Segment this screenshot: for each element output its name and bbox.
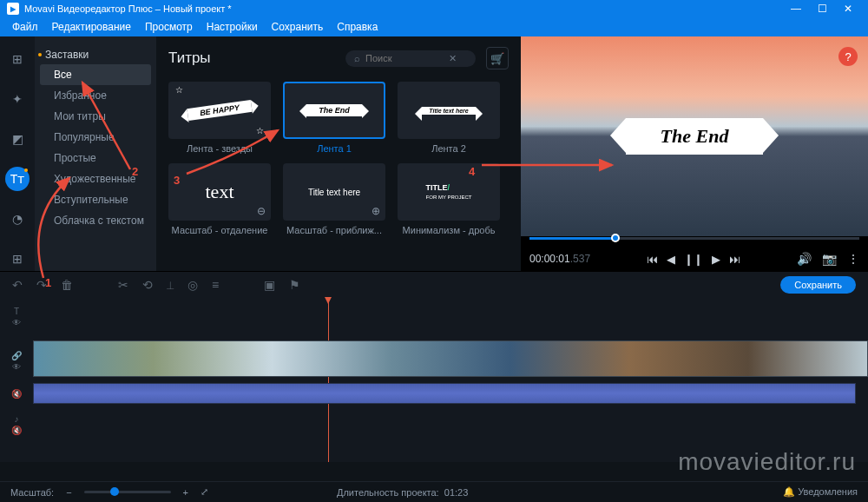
transitions-icon[interactable]: ◩ xyxy=(5,127,30,151)
sidebar-item-simple[interactable]: Простые xyxy=(35,148,156,168)
add-media-icon[interactable]: ⊞ xyxy=(5,47,30,71)
sidebar-item-favorites[interactable]: Избранное xyxy=(35,85,156,106)
sidebar-item-all[interactable]: Все xyxy=(40,64,151,85)
timeline-toolbar: ↶ ↷ 🗑 ✂ ⟲ ⟂ ◎ ≡ ▣ ⚑ Сохранить xyxy=(0,271,868,297)
color-button[interactable]: ◎ xyxy=(187,278,198,292)
notifications-button[interactable]: 🔔 Уведомления xyxy=(783,486,858,498)
search-box[interactable]: ⌕ ✕ xyxy=(345,50,476,67)
title-tile-ribbon-1[interactable]: The End Лента 1 xyxy=(283,82,385,155)
video-track[interactable]: 🔗👁 xyxy=(0,340,868,382)
window-title: Movavi Видеоредактор Плюс – Новый проект… xyxy=(24,3,232,14)
menu-file[interactable]: Файл xyxy=(12,21,38,33)
title-tile-zoom-out[interactable]: text⊖ Масштаб - отдаление xyxy=(168,163,271,236)
zoom-slider[interactable] xyxy=(84,491,171,493)
crop-button[interactable]: ⟂ xyxy=(167,278,174,292)
preview-viewport[interactable]: The End xyxy=(521,36,868,236)
cut-button[interactable]: ✂ xyxy=(118,278,128,292)
menu-save[interactable]: Сохранить xyxy=(272,21,324,33)
fit-button[interactable]: ⤢ xyxy=(201,486,208,498)
titles-icon[interactable]: Tᴛ xyxy=(5,167,30,191)
close-button[interactable]: ✕ xyxy=(835,3,861,15)
sidebar-item-artistic[interactable]: Художественные xyxy=(35,168,156,189)
menu-help[interactable]: Справка xyxy=(337,21,378,33)
delete-button[interactable]: 🗑 xyxy=(61,278,73,292)
titlebar: ▶ Movavi Видеоредактор Плюс – Новый прое… xyxy=(0,0,868,17)
next-clip-button[interactable]: ⏭ xyxy=(729,253,740,266)
search-input[interactable] xyxy=(365,53,444,63)
mute-icon[interactable]: 🔇 xyxy=(11,389,22,399)
undo-button[interactable]: ↶ xyxy=(12,278,23,292)
stickers-icon[interactable]: ◔ xyxy=(5,207,30,231)
left-iconbar: ⊞ ✦ ◩ Tᴛ ◔ ⊞ xyxy=(0,36,35,271)
sidebar-item-popular[interactable]: Популярные xyxy=(35,127,156,148)
audio-waveform[interactable] xyxy=(33,383,856,404)
timeline: T👁 🔗👁 🔇 ♪🔇 xyxy=(0,297,868,462)
cart-button[interactable]: 🛒 xyxy=(486,47,509,69)
preview-progress[interactable] xyxy=(529,237,859,240)
sidebar-item-my-titles[interactable]: Мои титры xyxy=(35,106,156,127)
volume-icon[interactable]: 🔊 xyxy=(797,252,812,266)
menu-view[interactable]: Просмотр xyxy=(145,21,193,33)
titles-panel: Титры ⌕ ✕ 🛒 BE HAPPY☆☆ Лента - звезды Th… xyxy=(156,36,521,271)
preview-title-text: The End xyxy=(626,118,764,155)
title-tile-ribbon-stars[interactable]: BE HAPPY☆☆ Лента - звезды xyxy=(168,82,271,155)
more-apps-icon[interactable]: ⊞ xyxy=(5,247,30,271)
audio-track[interactable]: ♪🔇 xyxy=(0,412,868,438)
sidebar-category-title[interactable]: Заставки xyxy=(35,45,156,64)
clear-search-icon[interactable]: ✕ xyxy=(449,53,457,64)
panel-heading: Титры xyxy=(168,50,211,67)
prev-clip-button[interactable]: ⏮ xyxy=(647,253,658,266)
video-clip[interactable] xyxy=(33,340,868,377)
link-icon[interactable]: 🔗 xyxy=(11,351,22,360)
rotate-button[interactable]: ⟲ xyxy=(142,278,153,292)
record-button[interactable]: ▣ xyxy=(264,278,275,292)
preview-settings-icon[interactable]: ⋮ xyxy=(847,252,859,266)
statusbar: Масштаб: − + ⤢ Длительность проекта: 01:… xyxy=(0,481,868,502)
title-tile-zoom-in[interactable]: Title text here⊕ Масштаб - приближ... xyxy=(283,163,385,236)
mute-icon[interactable]: 🔇 xyxy=(11,426,22,435)
title-tile-ribbon-2[interactable]: Title text here Лента 2 xyxy=(398,82,500,155)
duration-label: Длительность проекта: 01:23 xyxy=(337,487,468,498)
zoom-in-button[interactable]: + xyxy=(183,487,188,498)
minimize-button[interactable]: — xyxy=(783,3,809,15)
audio-track-linked[interactable]: 🔇 xyxy=(0,382,868,405)
help-button[interactable]: ? xyxy=(838,47,858,66)
marker-button[interactable]: ⚑ xyxy=(289,278,300,292)
search-icon: ⌕ xyxy=(354,53,360,63)
zoom-out-icon: ⊖ xyxy=(257,205,266,217)
zoom-label: Масштаб: xyxy=(10,487,54,498)
title-track[interactable]: T👁 xyxy=(0,302,868,332)
effects-icon[interactable]: ✦ xyxy=(5,87,30,111)
title-track-icon: T xyxy=(14,307,19,316)
visibility-icon[interactable]: 👁 xyxy=(12,318,21,327)
visibility-icon[interactable]: 👁 xyxy=(12,362,21,372)
menu-edit[interactable]: Редактирование xyxy=(52,21,131,33)
step-back-button[interactable]: ◀ xyxy=(667,253,675,266)
redo-button[interactable]: ↷ xyxy=(36,278,47,292)
maximize-button[interactable]: ☐ xyxy=(809,3,835,15)
title-tile-minimal[interactable]: TITLE/FOR MY PROJECT Минимализм - дробь xyxy=(398,163,500,236)
menubar: Файл Редактирование Просмотр Настройки С… xyxy=(0,17,868,36)
sidebar-item-callouts[interactable]: Облачка с текстом xyxy=(35,210,156,231)
menu-settings[interactable]: Настройки xyxy=(207,21,258,33)
step-fwd-button[interactable]: ▶ xyxy=(712,253,720,266)
music-track-icon: ♪ xyxy=(15,414,19,424)
category-sidebar: Заставки Все Избранное Мои титры Популяр… xyxy=(35,36,156,271)
play-pause-button[interactable]: ❙❙ xyxy=(684,253,703,266)
adjust-button[interactable]: ≡ xyxy=(212,278,219,292)
zoom-in-icon: ⊕ xyxy=(372,205,380,217)
preview-panel: The End ? 00:00:01.537 ⏮ ◀ ❙❙ ▶ ⏭ 🔊 📷 ⋮ xyxy=(521,36,868,271)
preview-timecode: 00:00:01.537 xyxy=(529,253,590,265)
sidebar-item-intro[interactable]: Вступительные xyxy=(35,189,156,210)
zoom-out-button[interactable]: − xyxy=(66,487,71,498)
app-logo-icon: ▶ xyxy=(7,3,19,15)
export-button[interactable]: Сохранить xyxy=(780,276,856,294)
snapshot-icon[interactable]: 📷 xyxy=(822,252,837,266)
